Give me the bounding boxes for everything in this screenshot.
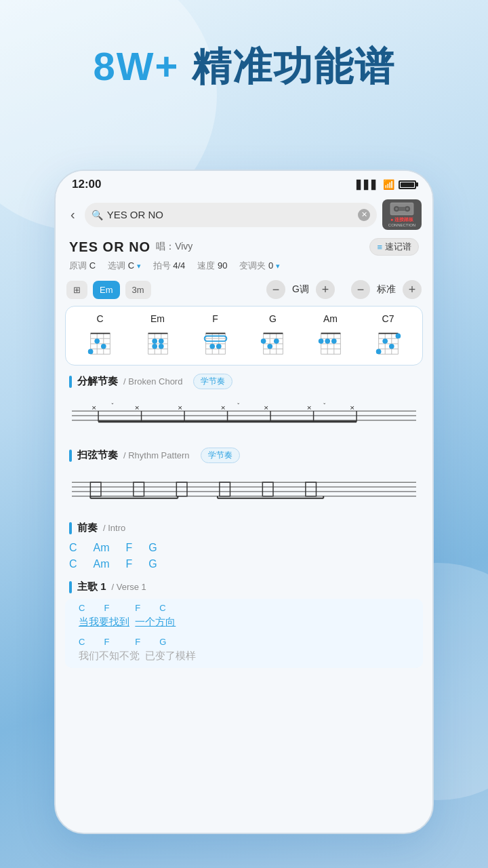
- speed-icon: ≡: [377, 242, 382, 252]
- chord-diagram-c: [85, 327, 116, 358]
- song-title-area: YES OR NO 唱：Vivy: [69, 239, 192, 255]
- intro-chord-5[interactable]: C: [69, 558, 77, 570]
- intro-header: 前奏 / Intro: [56, 516, 432, 537]
- svg-text:×: ×: [307, 403, 312, 412]
- em-btn[interactable]: Em: [93, 281, 120, 299]
- std-plus-btn[interactable]: +: [403, 280, 422, 299]
- search-icon: 🔍: [92, 210, 103, 220]
- broken-chord-title-cn: 分解节奏: [77, 375, 118, 388]
- song-title: YES OR NO: [69, 239, 150, 255]
- svg-point-77: [388, 344, 394, 349]
- v1c1[interactable]: C: [79, 603, 85, 613]
- intro-chord-3[interactable]: F: [126, 542, 133, 554]
- key-minus-btn[interactable]: −: [266, 280, 285, 299]
- svg-text:×: ×: [264, 403, 268, 412]
- v1c6[interactable]: F: [104, 637, 109, 647]
- intro-title-cn: 前奏: [77, 521, 98, 534]
- std-minus-btn[interactable]: −: [351, 280, 370, 299]
- svg-point-4: [395, 208, 398, 210]
- v1c5[interactable]: C: [79, 637, 85, 647]
- capo[interactable]: 变调夹 0 ▾: [239, 260, 279, 272]
- verse1-lyric-2: 我们不知不觉 已变了模样: [79, 650, 196, 663]
- intro-chord-8[interactable]: G: [148, 558, 157, 570]
- song-info-row: YES OR NO 唱：Vivy ≡ 速记谱: [56, 234, 432, 258]
- intro-chord-6[interactable]: Am: [94, 558, 110, 570]
- status-icons: ▋▋▋ 📶: [357, 179, 416, 190]
- verse1-chord-row-2: C F F G: [79, 635, 409, 648]
- chord-item-f[interactable]: F: [200, 313, 231, 358]
- phone-content[interactable]: YES OR NO 唱：Vivy ≡ 速记谱 原调 C 选调 C ▾: [56, 234, 432, 834]
- svg-rect-107: [90, 482, 101, 496]
- section-bar-1: [69, 376, 72, 388]
- chord-diagram-c7: [373, 327, 404, 358]
- intro-chord-1[interactable]: C: [69, 542, 77, 554]
- svg-rect-3: [399, 207, 405, 211]
- svg-point-28: [158, 338, 163, 344]
- battery-icon: [399, 180, 416, 189]
- svg-point-53: [273, 338, 279, 344]
- 3m-label: 3m: [132, 285, 144, 295]
- chord-diagram-area: C: [65, 306, 423, 366]
- verse1-lyric-row-2: 我们不知不觉 已变了模样: [79, 648, 409, 665]
- signal-icon: ▋▋▋: [357, 180, 379, 190]
- verse1-lyric-row-1: 当我要找到 一个方向: [79, 614, 409, 631]
- beat: 拍号 4/4: [153, 260, 186, 272]
- chord-diagram-f: [200, 327, 231, 358]
- selected-key[interactable]: 选调 C ▾: [108, 260, 141, 272]
- intro-chord-7[interactable]: F: [126, 558, 133, 570]
- wifi-icon: 📶: [383, 179, 394, 190]
- cassette-icon: [390, 202, 414, 216]
- phone-mockup: 12:00 ▋▋▋ 📶 ‹ 🔍 YES OR NO ✕ ● 连接踏板: [54, 170, 434, 834]
- chord-item-em[interactable]: Em: [142, 313, 174, 358]
- v1c3[interactable]: F: [135, 603, 140, 613]
- chord-item-am[interactable]: Am: [315, 313, 346, 358]
- svg-point-78: [395, 334, 401, 339]
- svg-rect-112: [306, 482, 317, 496]
- title-highlight: 8W+: [94, 44, 180, 88]
- strum-staff: [72, 471, 416, 505]
- connection-badge[interactable]: ● 连接踏板 CONNECTION: [382, 199, 422, 230]
- svg-text:×: ×: [92, 403, 96, 412]
- strum-btn[interactable]: 学节奏: [201, 448, 240, 463]
- chord-item-c7[interactable]: C7: [373, 313, 404, 358]
- intro-chord-4[interactable]: G: [148, 542, 157, 554]
- 3m-btn[interactable]: 3m: [125, 281, 151, 299]
- svg-text:×: ×: [350, 403, 354, 412]
- back-button[interactable]: ‹: [66, 204, 79, 225]
- connection-sub: CONNECTION: [388, 223, 415, 227]
- svg-point-27: [152, 338, 157, 344]
- broken-chord-staff: × × × × × × × ˇ ˇ: [72, 397, 416, 431]
- v1c2[interactable]: F: [104, 603, 109, 613]
- speed-badge-btn[interactable]: ≡ 速记谱: [369, 238, 419, 256]
- chord-item-c[interactable]: C: [85, 313, 116, 358]
- clear-button[interactable]: ✕: [358, 209, 370, 221]
- search-bar[interactable]: 🔍 YES OR NO ✕: [85, 203, 377, 227]
- svg-text:×: ×: [135, 403, 140, 412]
- section-bar-3: [69, 522, 72, 534]
- status-bar: 12:00 ▋▋▋ 📶: [56, 171, 432, 195]
- v1c4[interactable]: C: [159, 603, 165, 613]
- intro-chords: C Am F G C Am F G: [56, 537, 432, 575]
- original-key: 原调 C: [69, 260, 96, 272]
- svg-text:ˇ: ˇ: [112, 402, 114, 409]
- key-group: − G调 +: [266, 280, 335, 299]
- tempo: 速度 90: [197, 260, 227, 272]
- intro-chord-2[interactable]: Am: [94, 542, 110, 554]
- svg-point-79: [375, 349, 381, 355]
- verse1-lyric-1: 当我要找到 一个方向: [79, 616, 176, 629]
- control-row: ⊞ Em 3m − G调 + − 标准 +: [56, 276, 432, 303]
- chord-item-g[interactable]: G: [258, 313, 289, 358]
- svg-text:ˇ: ˇ: [237, 402, 239, 409]
- grid-icon: ⊞: [73, 285, 81, 295]
- svg-rect-108: [134, 482, 144, 496]
- key-plus-btn[interactable]: +: [316, 280, 335, 299]
- svg-point-54: [267, 344, 272, 349]
- chord-row: C: [71, 313, 417, 358]
- broken-chord-btn[interactable]: 学节奏: [193, 374, 232, 389]
- v1c7[interactable]: F: [135, 637, 140, 647]
- strum-title-cn: 扫弦节奏: [77, 449, 118, 462]
- v1c8[interactable]: G: [159, 637, 166, 647]
- svg-point-30: [158, 344, 163, 349]
- verse1-title-en: / Verse 1: [112, 582, 146, 592]
- grid-btn[interactable]: ⊞: [66, 281, 87, 299]
